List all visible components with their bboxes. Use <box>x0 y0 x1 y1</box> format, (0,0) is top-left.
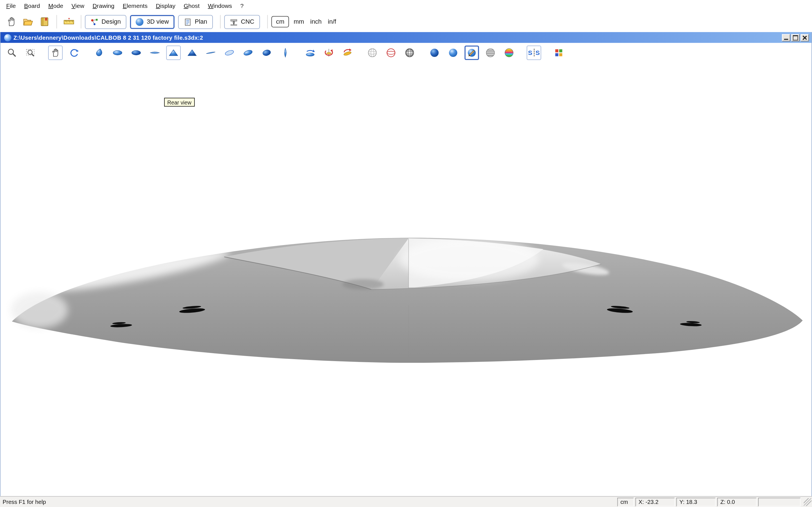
render-curvature-button[interactable] <box>502 45 516 60</box>
pan-hand-icon <box>50 47 61 58</box>
menu-item-ghost[interactable]: Ghost <box>180 1 204 10</box>
symmetry-button[interactable]: S S <box>527 45 541 60</box>
pan-button[interactable] <box>48 45 63 60</box>
rear-view-button[interactable] <box>166 45 181 60</box>
perspective-view-button[interactable] <box>92 45 106 60</box>
render-painted-button[interactable] <box>465 45 479 60</box>
status-fields: cm X: -23.2 Y: 18.3 Z: 0.0 <box>617 497 801 506</box>
status-empty-field <box>758 497 801 506</box>
minimize-button[interactable] <box>782 34 790 41</box>
profile-view-button[interactable] <box>278 45 292 60</box>
document-title-bar[interactable]: Z:\Users\dennery\Downloads\CALBOB 8 2 31… <box>1 32 811 43</box>
viewport-3d[interactable] <box>1 62 811 496</box>
spin-free-button[interactable] <box>340 45 355 60</box>
close-button[interactable] <box>801 34 809 41</box>
spin-horizontal-icon <box>305 47 315 58</box>
side-thin-view-button[interactable] <box>204 45 218 60</box>
separator <box>267 15 268 29</box>
render-layers-icon <box>485 47 496 58</box>
side-view-icon <box>150 47 160 58</box>
unit-cm[interactable]: cm <box>271 16 289 27</box>
design-mode-button[interactable]: Design <box>85 15 126 29</box>
separator <box>81 15 82 29</box>
status-help-text: Press F1 for help <box>3 499 46 505</box>
tilted-top-view-icon <box>224 47 235 58</box>
top-view-button[interactable] <box>110 45 124 60</box>
menu-item-file[interactable]: File <box>2 1 20 10</box>
render-wireframe-button[interactable] <box>365 45 379 60</box>
measurements-button[interactable] <box>61 13 77 30</box>
view-toolbar: S S <box>1 43 811 62</box>
tilted-top-view-button[interactable] <box>222 45 237 60</box>
render-layers-button[interactable] <box>483 45 498 60</box>
tilted-bottom-view-button[interactable] <box>241 45 255 60</box>
tooltip: Rear view <box>164 98 195 107</box>
rear-view-icon <box>168 47 179 58</box>
top-view-icon <box>112 47 123 58</box>
bottom-view-button[interactable] <box>129 45 143 60</box>
zoom-button[interactable] <box>5 45 19 60</box>
front-view-icon <box>187 47 197 58</box>
minimize-icon <box>784 39 788 40</box>
menu-item-display[interactable]: Display <box>152 1 180 10</box>
rotate-view-button[interactable] <box>67 45 81 60</box>
spin-horizontal-button[interactable] <box>303 45 317 60</box>
front-view-button[interactable] <box>185 45 199 60</box>
spin-free-icon <box>342 47 353 58</box>
render-wireframe-red-button[interactable] <box>384 45 398 60</box>
ruler-icon <box>63 16 74 27</box>
menu-item-view[interactable]: View <box>67 1 89 10</box>
spin-vertical-icon <box>324 47 334 58</box>
resize-grip[interactable] <box>804 498 812 506</box>
multi-view-layout-icon <box>554 48 563 57</box>
render-wireframe-icon <box>367 47 377 58</box>
symmetry-right-label: S <box>536 49 540 56</box>
spin-vertical-button[interactable] <box>322 45 336 60</box>
document-title: Z:\Users\dennery\Downloads\CALBOB 8 2 31… <box>13 34 203 41</box>
render-smooth-icon <box>448 47 458 58</box>
save-file-button[interactable] <box>36 13 53 30</box>
cnc-mode-button[interactable]: CNC <box>224 15 260 29</box>
side-view-button[interactable] <box>147 45 162 60</box>
main-toolbar: Design 3D view Plan CNC cm mm inch <box>0 11 812 32</box>
menu-item-elements[interactable]: Elements <box>119 1 152 10</box>
status-unit: cm <box>617 497 634 506</box>
bottom-view-icon <box>131 47 142 58</box>
tilted-bottom-view-icon <box>243 47 253 58</box>
unit-inf[interactable]: in/f <box>325 17 339 27</box>
render-smooth-button[interactable] <box>446 45 460 60</box>
plan-mode-button[interactable]: Plan <box>178 15 213 29</box>
unit-inch[interactable]: inch <box>307 17 324 27</box>
menu-item-windows[interactable]: Windows <box>204 1 236 10</box>
zoom-area-icon <box>26 47 36 58</box>
maximize-icon <box>793 35 798 40</box>
cnc-mode-icon <box>230 18 238 25</box>
zoom-area-button[interactable] <box>23 45 38 60</box>
multi-view-layout-button[interactable] <box>552 45 566 60</box>
perspective-view-icon <box>94 47 104 58</box>
side-thin-view-icon <box>206 47 216 58</box>
render-painted-icon <box>467 47 477 58</box>
render-wireframe-red-icon <box>386 47 396 58</box>
menu-item-mode[interactable]: Mode <box>44 1 67 10</box>
menu-item-board[interactable]: Board <box>20 1 44 10</box>
3d-view-mode-label: 3D view <box>147 18 168 25</box>
status-z-coordinate: Z: 0.0 <box>717 497 757 506</box>
open-file-button[interactable] <box>20 13 36 30</box>
unit-mm[interactable]: mm <box>291 17 307 27</box>
symmetry-left-label: S <box>528 49 532 56</box>
window-buttons <box>782 34 810 41</box>
three-quarter-view-button[interactable] <box>259 45 274 60</box>
render-solid-button[interactable] <box>427 45 442 60</box>
3d-view-mode-button[interactable]: 3D view <box>130 15 174 29</box>
profile-view-icon <box>280 47 291 58</box>
design-mode-label: Design <box>101 18 121 25</box>
menu-item-drawing[interactable]: Drawing <box>89 1 119 10</box>
status-y-coordinate: Y: 18.3 <box>676 497 716 506</box>
maximize-button[interactable] <box>792 34 800 41</box>
pointer-tool-button[interactable] <box>3 13 20 30</box>
menu-item-help[interactable]: ? <box>236 1 248 10</box>
status-x-coordinate: X: -23.2 <box>636 497 675 506</box>
rotate-view-icon <box>69 47 79 58</box>
render-mesh-button[interactable] <box>402 45 417 60</box>
